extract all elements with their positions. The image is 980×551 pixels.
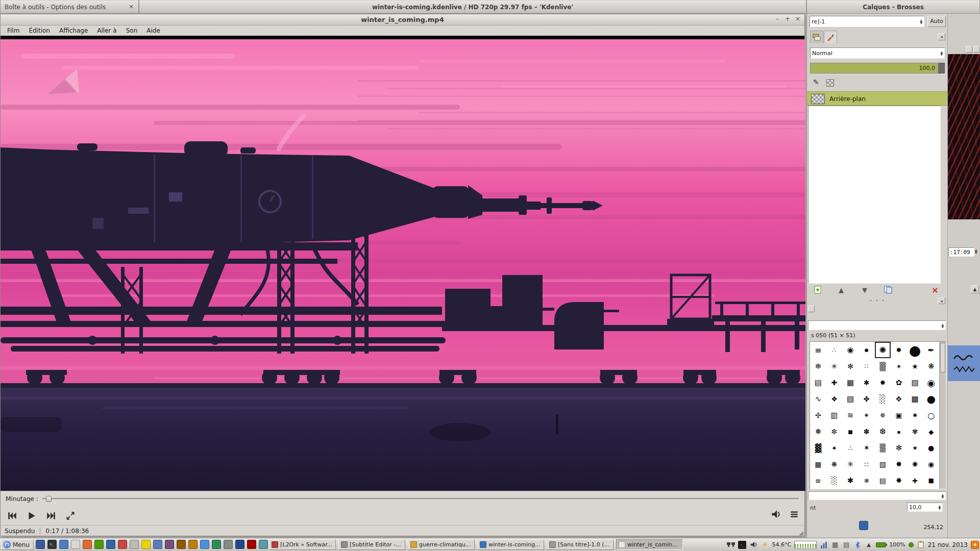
menu-affichage[interactable]: Affichage [55, 26, 92, 36]
brush-item[interactable]: ❅ [810, 423, 826, 440]
lock-pixels-icon[interactable]: ✎ [813, 78, 819, 86]
network-icon[interactable] [727, 541, 735, 549]
brush-item[interactable]: ∷ [859, 456, 875, 472]
window-button-small[interactable] [966, 46, 972, 53]
grid-applet-icon[interactable]: ▦ [831, 541, 839, 549]
brush-item[interactable]: ✳ [826, 358, 843, 374]
scroll-up-icon[interactable]: ▲ [971, 285, 979, 293]
chart-icon[interactable] [820, 541, 828, 549]
close-icon[interactable]: × [127, 3, 135, 11]
launcher-icon-1[interactable] [36, 540, 45, 549]
dock-menu-icon[interactable]: ◂ [938, 33, 945, 40]
brush-item[interactable]: ✶ [891, 358, 907, 374]
gimp-toolbox-titlebar[interactable]: Boîte à outils - Options des outils × [0, 0, 139, 14]
launcher-icon-8[interactable] [118, 540, 127, 549]
brush-item[interactable]: ✶ [859, 440, 875, 456]
next-button[interactable] [43, 509, 59, 522]
brush-item[interactable]: ░ [826, 472, 843, 489]
brush-item[interactable]: ✸ [891, 472, 907, 489]
brush-item[interactable]: ■ [923, 472, 939, 489]
launcher-icon-2[interactable]: >_ [47, 540, 57, 549]
brush-item[interactable]: ● [859, 342, 875, 358]
brush-item[interactable]: ★ [907, 358, 923, 374]
taskbar-window-button[interactable]: [Subtitle Editor -... [338, 539, 405, 550]
battery-icon[interactable] [876, 542, 886, 547]
brush-item[interactable]: ❄ [810, 358, 826, 374]
lower-layer-button[interactable]: ▼ [859, 285, 870, 295]
selected-list-item[interactable] [948, 345, 980, 381]
close-icon[interactable]: × [793, 16, 802, 23]
brush-item[interactable]: ★ [907, 440, 923, 456]
brush-item[interactable]: ≡ [810, 472, 826, 489]
brush-item[interactable]: ✾ [907, 423, 923, 440]
device-status-icon[interactable] [859, 521, 868, 530]
terminal-icon[interactable]: ›_ [738, 541, 746, 549]
lock-alpha-icon[interactable] [826, 79, 834, 87]
brush-item[interactable]: ✣ [810, 407, 826, 423]
brush-scrollbar[interactable] [939, 342, 946, 489]
launcher-icon-17[interactable] [224, 540, 233, 549]
launcher-icon-9[interactable] [130, 540, 139, 549]
brush-item[interactable]: ∴ [842, 440, 859, 456]
new-layer-button[interactable] [812, 285, 823, 295]
brush-item[interactable]: ◉ [923, 456, 939, 472]
duplicate-layer-button[interactable] [883, 285, 894, 295]
dock-handle[interactable] [808, 306, 815, 312]
brush-item[interactable]: ◆ [923, 423, 939, 440]
spinner-icon[interactable] [940, 51, 943, 56]
launcher-icon-10[interactable] [141, 540, 151, 549]
timecode-field[interactable]: :17:09 [948, 247, 974, 257]
taskbar-window-button[interactable]: [L2Ork » Softwar... [269, 539, 336, 550]
launcher-icon-18[interactable] [235, 540, 244, 549]
brush-item[interactable]: ✻ [842, 358, 859, 374]
brush-item[interactable]: ✚ [826, 374, 843, 391]
previous-button[interactable] [5, 509, 20, 522]
brush-item[interactable]: ░ [875, 391, 891, 407]
spinner-icon[interactable] [920, 19, 922, 24]
panel-menu-icon[interactable]: ◂ [938, 297, 945, 304]
launcher-icon-16[interactable] [212, 540, 221, 549]
brush-item[interactable]: ✦ [826, 440, 843, 456]
brush-item[interactable]: ✱ [859, 374, 875, 391]
brush-item[interactable]: ✱ [842, 472, 859, 489]
brush-item[interactable]: ✳ [842, 456, 859, 472]
brush-item[interactable]: ▪ [891, 423, 907, 440]
seek-knob[interactable] [46, 496, 52, 502]
brush-item[interactable]: ▤ [875, 472, 891, 489]
brush-item[interactable]: ▦ [810, 456, 826, 472]
kdenlive-titlebar[interactable]: winter-is-coming.kdenlive / HD 720p 29.9… [139, 0, 806, 14]
brush-item[interactable]: ● [923, 440, 939, 456]
launcher-icon-14[interactable] [188, 540, 198, 549]
brush-item[interactable]: ❋ [923, 358, 939, 374]
launcher-icon-7[interactable] [106, 540, 115, 549]
brush-item[interactable]: ❋ [826, 456, 843, 472]
brush-item[interactable]: ◉ [923, 374, 939, 391]
seek-slider[interactable] [42, 498, 799, 500]
launcher-icon-19[interactable] [247, 540, 256, 549]
launcher-icon-11[interactable] [153, 540, 162, 549]
launcher-icon-15[interactable] [200, 540, 209, 549]
brush-item[interactable]: ∷ [859, 358, 875, 374]
brush-item[interactable]: ✴ [859, 407, 875, 423]
brush-item[interactable]: ∿ [810, 391, 826, 407]
tab-brushes[interactable] [824, 31, 837, 43]
brush-item[interactable]: ❖ [826, 391, 843, 407]
scrollbar-thumb[interactable] [940, 343, 945, 372]
auto-button[interactable]: Auto [927, 16, 946, 27]
updates-icon[interactable]: ▲ [865, 541, 873, 549]
brush-item[interactable]: ✵ [875, 407, 891, 423]
brush-item[interactable]: ✺ [907, 456, 923, 472]
brush-item[interactable]: ▩ [907, 391, 923, 407]
menu-aide[interactable]: Aide [142, 26, 165, 36]
layer-row[interactable]: Arrière-plan [807, 91, 948, 106]
layer-thumbnail[interactable] [811, 94, 825, 104]
system-monitor-applet[interactable] [794, 541, 817, 549]
brush-option-dropdown[interactable] [808, 491, 946, 500]
brush-item[interactable]: ✿ [891, 374, 907, 391]
brush-item[interactable]: ▓ [810, 440, 826, 456]
brush-item[interactable]: ▧ [875, 456, 891, 472]
video-frame[interactable] [1, 39, 805, 491]
brush-item[interactable]: ❆ [875, 423, 891, 440]
brush-item[interactable]: ▣ [891, 407, 907, 423]
launcher-icon-12[interactable] [165, 540, 174, 549]
